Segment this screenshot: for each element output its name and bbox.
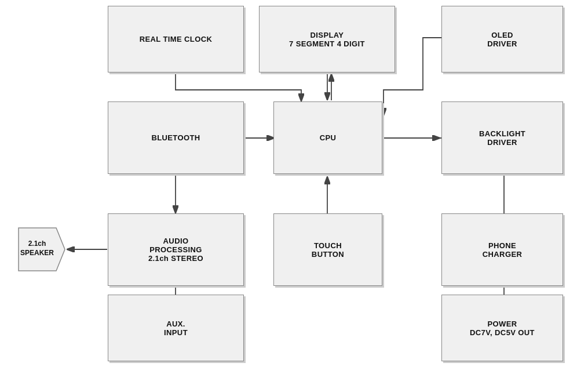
power-block: POWER DC7V, DC5V OUT: [441, 295, 563, 361]
audio-processing-block: AUDIO PROCESSING 2.1ch STEREO: [108, 213, 244, 286]
backlight-driver-block: BACKLIGHT DRIVER: [441, 101, 563, 174]
phone-charger-block: PHONE CHARGER: [441, 213, 563, 286]
bluetooth-label: BLUETOOTH: [151, 133, 200, 142]
real-time-clock-label: REAL TIME CLOCK: [140, 35, 213, 43]
display-block: DISPLAY 7 SEGMENT 4 DIGIT: [259, 6, 395, 72]
cpu-block: CPU: [273, 101, 382, 174]
real-time-clock-block: REAL TIME CLOCK: [108, 6, 244, 72]
touch-button-block: TOUCH BUTTON: [273, 213, 382, 286]
bluetooth-block: BLUETOOTH: [108, 101, 244, 174]
svg-text:SPEAKER: SPEAKER: [20, 249, 54, 257]
display-label: DISPLAY 7 SEGMENT 4 DIGIT: [289, 31, 365, 48]
speaker-block: 2.1ch SPEAKER: [13, 225, 71, 274]
oled-driver-block: OLED DRIVER: [441, 6, 563, 72]
phone-charger-label: PHONE CHARGER: [483, 241, 522, 259]
aux-input-label: AUX. INPUT: [164, 320, 188, 337]
touch-button-label: TOUCH BUTTON: [312, 241, 344, 259]
oled-driver-label: OLED DRIVER: [487, 31, 517, 48]
audio-processing-label: AUDIO PROCESSING 2.1ch STEREO: [148, 237, 203, 263]
diagram: REAL TIME CLOCK DISPLAY 7 SEGMENT 4 DIGI…: [0, 0, 588, 381]
backlight-driver-label: BACKLIGHT DRIVER: [479, 129, 525, 147]
cpu-label: CPU: [320, 133, 337, 142]
speaker-svg: 2.1ch SPEAKER: [13, 225, 71, 274]
aux-input-block: AUX. INPUT: [108, 295, 244, 361]
svg-text:2.1ch: 2.1ch: [28, 240, 46, 248]
power-label: POWER DC7V, DC5V OUT: [470, 320, 535, 337]
